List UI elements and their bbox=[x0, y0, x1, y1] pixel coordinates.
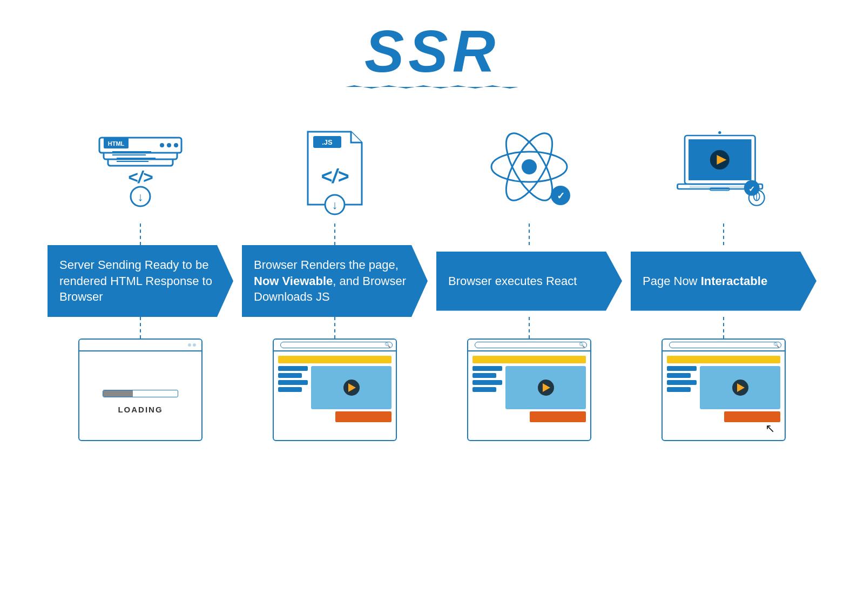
content-main-3: ↖ bbox=[667, 366, 780, 436]
video-thumb-2 bbox=[505, 366, 586, 409]
play-triangle-1 bbox=[348, 383, 356, 392]
yellow-bar-2 bbox=[473, 356, 586, 363]
arrow-text-2: Browser Renders the page, Now Viewable, … bbox=[254, 257, 413, 305]
arrow-wrapper-3: Browser executes React bbox=[432, 245, 626, 317]
play-btn-2 bbox=[538, 380, 554, 396]
bottom-vertical-line-4 bbox=[723, 317, 724, 339]
video-thumb-3 bbox=[700, 366, 780, 409]
connector-3 bbox=[432, 224, 626, 245]
bottom-vertical-line-2 bbox=[334, 317, 335, 339]
arrow-wrapper-1: Server Sending Ready to be rendered HTML… bbox=[43, 245, 238, 317]
content-left-3 bbox=[667, 366, 697, 436]
react-atom-icon: ✓ bbox=[481, 121, 578, 218]
bottom-connectors-row bbox=[32, 317, 832, 339]
video-thumb-1 bbox=[311, 366, 392, 409]
html-server-icon: HTML </> ↓ bbox=[92, 121, 189, 218]
yellow-bar-1 bbox=[278, 356, 392, 363]
content-main-1 bbox=[278, 366, 392, 436]
viewable-search-bar: 🔍 bbox=[280, 342, 393, 348]
arrow-wrapper-4: Page Now Interactable bbox=[626, 245, 821, 317]
laptop-video-icon: ✓ bbox=[675, 121, 772, 218]
arrow-text-3: Browser executes React bbox=[448, 273, 577, 289]
content-right-2 bbox=[505, 366, 586, 436]
interactive-screen-mockup: 🔍 bbox=[662, 339, 786, 441]
vertical-line-4 bbox=[723, 224, 724, 245]
bottom-connector-4 bbox=[626, 317, 821, 339]
svg-text:↓: ↓ bbox=[138, 190, 144, 204]
icon-cell-laptop: ✓ bbox=[626, 121, 821, 218]
line-2a bbox=[473, 366, 502, 371]
flow-container: HTML </> ↓ bbox=[32, 121, 832, 441]
vertical-line-3 bbox=[529, 224, 530, 245]
top-connectors-row bbox=[32, 224, 832, 245]
loading-bar-container bbox=[103, 390, 178, 397]
screen-cell-interactive: 🔍 bbox=[626, 339, 821, 441]
svg-text:✓: ✓ bbox=[557, 191, 565, 201]
svg-text:↓: ↓ bbox=[332, 198, 338, 212]
viewable-body bbox=[274, 351, 396, 440]
icon-cell-js: .JS </> ↓ bbox=[238, 121, 432, 218]
line-3a bbox=[667, 366, 697, 371]
loading-inner: LOADING bbox=[79, 351, 201, 441]
content-right-1 bbox=[311, 366, 392, 436]
arrow-box-4: Page Now Interactable bbox=[631, 252, 816, 311]
line-1b bbox=[278, 373, 302, 378]
interactive-titlebar: 🔍 bbox=[663, 340, 785, 351]
play-btn-1 bbox=[343, 380, 360, 396]
svg-text:HTML: HTML bbox=[108, 140, 125, 147]
cursor-icon: ↖ bbox=[765, 422, 775, 436]
react-screen-mockup: 🔍 bbox=[467, 339, 591, 441]
icons-row: HTML </> ↓ bbox=[32, 121, 832, 218]
line-1c bbox=[278, 380, 308, 385]
connector-4 bbox=[626, 224, 821, 245]
svg-text:</>: </> bbox=[321, 165, 349, 187]
svg-text:</>: </> bbox=[128, 167, 153, 187]
play-triangle-2 bbox=[543, 383, 550, 392]
svg-text:✓: ✓ bbox=[748, 185, 755, 193]
js-file-icon: .JS </> ↓ bbox=[286, 121, 383, 218]
search-icon-1: 🔍 bbox=[384, 342, 390, 348]
page: SSR HTML </> bbox=[0, 0, 864, 616]
react-body bbox=[468, 351, 590, 440]
viewable-screen-mockup: 🔍 bbox=[273, 339, 397, 441]
svg-point-5 bbox=[174, 143, 178, 147]
svg-point-4 bbox=[167, 143, 171, 147]
connector-2 bbox=[238, 224, 432, 245]
line-2d bbox=[473, 387, 496, 392]
loading-dot-1 bbox=[188, 343, 191, 347]
vertical-line-2 bbox=[334, 224, 335, 245]
screen-cell-viewable: 🔍 bbox=[238, 339, 432, 441]
orange-block-3 bbox=[724, 411, 780, 422]
line-2c bbox=[473, 380, 502, 385]
arrow-wrapper-2: Browser Renders the page, Now Viewable, … bbox=[238, 245, 432, 317]
title-underline bbox=[346, 85, 518, 89]
bottom-vertical-line-1 bbox=[140, 317, 141, 339]
play-btn-3 bbox=[732, 380, 748, 396]
line-1d bbox=[278, 387, 302, 392]
interactive-body: ↖ bbox=[663, 351, 785, 440]
search-icon-3: 🔍 bbox=[773, 342, 779, 348]
arrow-text-1: Server Sending Ready to be rendered HTML… bbox=[59, 257, 218, 305]
icon-cell-react: ✓ bbox=[432, 121, 626, 218]
orange-block-2 bbox=[530, 411, 586, 422]
loading-screen-mockup: LOADING bbox=[78, 339, 202, 441]
svg-text:.JS: .JS bbox=[322, 138, 333, 146]
svg-point-3 bbox=[160, 143, 164, 147]
line-3b bbox=[667, 373, 691, 378]
content-left-1 bbox=[278, 366, 308, 436]
line-3d bbox=[667, 387, 691, 392]
arrow-box-1: Server Sending Ready to be rendered HTML… bbox=[48, 245, 233, 317]
screens-row: LOADING 🔍 bbox=[32, 339, 832, 441]
viewable-titlebar: 🔍 bbox=[274, 340, 396, 351]
yellow-bar-3 bbox=[667, 356, 780, 363]
icon-cell-html: HTML </> ↓ bbox=[43, 121, 238, 218]
screen-cell-loading: LOADING bbox=[43, 339, 238, 441]
line-1a bbox=[278, 366, 308, 371]
line-2b bbox=[473, 373, 496, 378]
loading-dot-2 bbox=[193, 343, 196, 347]
loading-titlebar bbox=[79, 340, 201, 351]
react-titlebar: 🔍 bbox=[468, 340, 590, 351]
svg-point-23 bbox=[522, 159, 537, 174]
react-search-bar: 🔍 bbox=[475, 342, 587, 348]
svg-point-33 bbox=[718, 131, 721, 134]
